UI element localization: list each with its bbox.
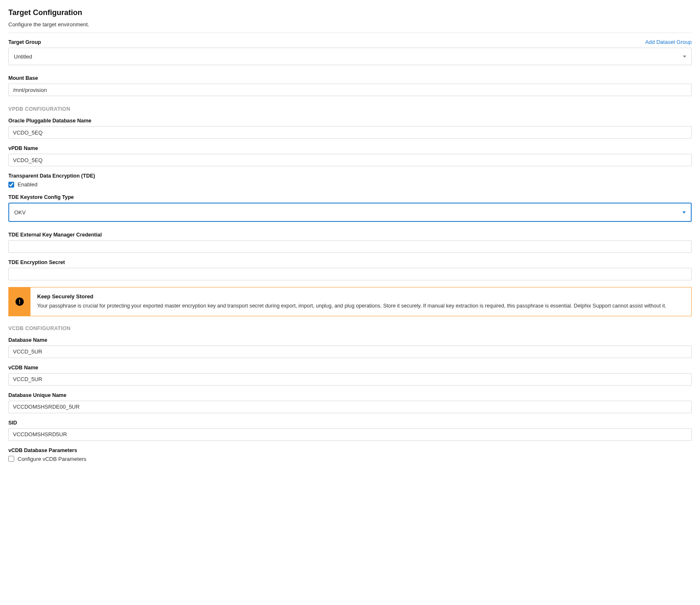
vcdb-section-header: VCDB CONFIGURATION	[8, 325, 692, 331]
chevron-down-icon	[682, 211, 686, 214]
tde-enc-secret-input[interactable]	[8, 268, 692, 280]
target-group-select[interactable]: Untitled	[8, 48, 692, 65]
tde-ext-key-cred-input[interactable]	[8, 240, 692, 253]
add-dataset-group-link[interactable]: Add Dataset Group	[645, 39, 692, 45]
chevron-down-icon	[683, 56, 686, 58]
db-name-label: Database Name	[8, 337, 47, 343]
tde-keystore-type-label: TDE Keystore Config Type	[8, 194, 74, 200]
vcdb-name-input[interactable]	[8, 373, 692, 386]
warning-icon-col: !	[9, 287, 30, 316]
db-unique-name-input[interactable]	[8, 401, 692, 413]
vcdb-name-label: vCDB Name	[8, 365, 38, 371]
warning-icon: !	[15, 297, 24, 306]
db-unique-name-label: Database Unique Name	[8, 392, 66, 398]
mount-base-input[interactable]	[8, 84, 692, 96]
vpdb-name-label: vPDB Name	[8, 145, 38, 151]
alert-title: Keep Securely Stored	[37, 293, 685, 300]
tde-keystore-type-select[interactable]: OKV	[8, 203, 692, 222]
mount-base-label: Mount Base	[8, 75, 38, 81]
vcdb-params-label: vCDB Database Parameters	[8, 447, 77, 453]
tde-label: Transparent Data Encryption (TDE)	[8, 173, 95, 179]
tde-enc-secret-label: TDE Encryption Secret	[8, 259, 65, 265]
tde-keystore-type-value: OKV	[14, 209, 682, 216]
vpdb-name-input[interactable]	[8, 154, 692, 166]
warning-alert: ! Keep Securely Stored Your passphrase i…	[8, 287, 692, 316]
target-group-value: Untitled	[14, 53, 683, 60]
sid-input[interactable]	[8, 428, 692, 441]
oracle-pdb-name-input[interactable]	[8, 126, 692, 139]
page-title: Target Configuration	[8, 8, 692, 17]
tde-enabled-checkbox-label: Enabled	[18, 181, 38, 188]
db-name-input[interactable]	[8, 346, 692, 358]
sid-label: SID	[8, 420, 17, 426]
tde-ext-key-cred-label: TDE External Key Manager Credential	[8, 232, 102, 238]
oracle-pdb-name-label: Oracle Pluggable Database Name	[8, 118, 91, 124]
vpdb-section-header: VPDB CONFIGURATION	[8, 106, 692, 112]
tde-enabled-checkbox[interactable]	[8, 182, 14, 188]
vcdb-params-checkbox[interactable]	[8, 456, 14, 462]
target-group-label: Target Group	[8, 39, 41, 45]
page-subtitle: Configure the target environment.	[8, 21, 692, 33]
vcdb-params-checkbox-label: Configure vCDB Parameters	[18, 456, 86, 462]
alert-body-text: Your passphrase is crucial for protectin…	[37, 302, 685, 310]
